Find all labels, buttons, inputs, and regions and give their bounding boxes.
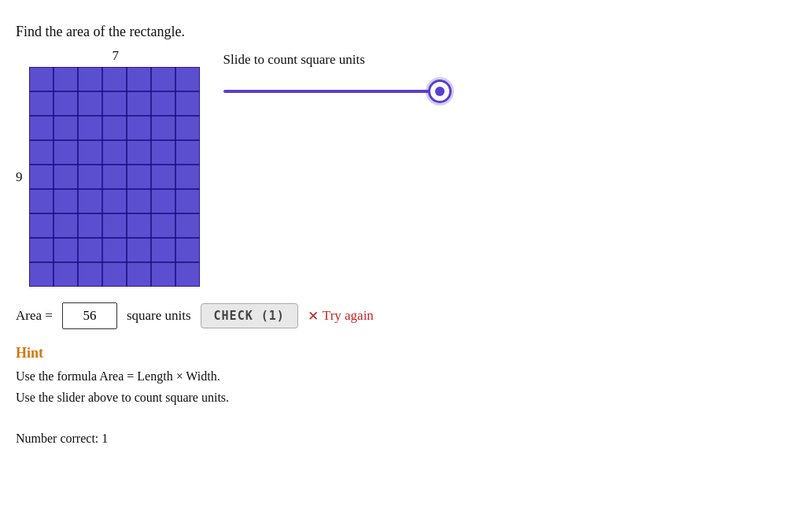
hint-text: Use the formula Area = Length × Width. U… <box>16 365 796 408</box>
hint-section: Hint Use the formula Area = Length × Wid… <box>16 345 796 408</box>
number-correct: Number correct: 1 <box>16 432 796 446</box>
slider-thumb[interactable] <box>428 80 452 103</box>
area-label: Area = <box>16 308 53 324</box>
dimension-left: 9 <box>16 169 23 185</box>
check-button[interactable]: CHECK (1) <box>201 303 298 328</box>
slider-track-wrapper[interactable] <box>223 80 452 103</box>
answer-input[interactable] <box>62 302 117 329</box>
rectangle-area: 7 9 <box>16 48 200 287</box>
square-units-label: square units <box>127 308 191 324</box>
try-again-label: Try again <box>323 308 374 324</box>
grid-canvas <box>29 67 200 287</box>
main-content: 7 9 Slide to count square units <box>16 48 796 287</box>
hint-line2: Use the slider above to count square uni… <box>16 387 796 408</box>
slider-thumb-inner <box>435 87 445 96</box>
slide-label: Slide to count square units <box>223 52 452 68</box>
answer-row: Area = square units CHECK (1) ✕ Try agai… <box>16 302 796 329</box>
dimension-left-wrapper: 9 <box>16 67 200 287</box>
question-text: Find the area of the rectangle. <box>16 24 796 40</box>
x-icon: ✕ <box>308 308 319 324</box>
dimension-top: 7 <box>31 48 200 64</box>
slider-track <box>223 90 452 93</box>
hint-line1: Use the formula Area = Length × Width. <box>16 365 796 387</box>
try-again-button[interactable]: ✕ Try again <box>308 308 374 324</box>
hint-title: Hint <box>16 345 796 362</box>
slider-section: Slide to count square units <box>223 48 452 103</box>
